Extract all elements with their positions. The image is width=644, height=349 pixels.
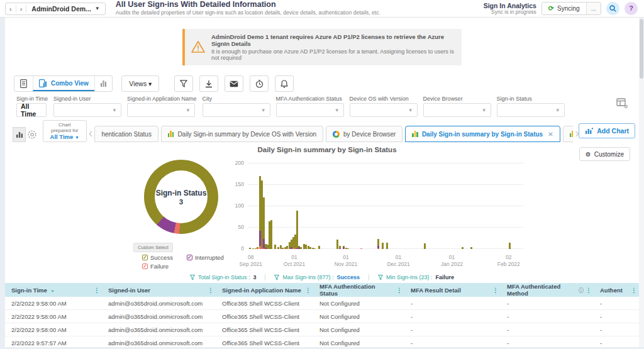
stacked-bar[interactable] bbox=[382, 243, 384, 249]
add-chart-button[interactable]: Add Chart bbox=[579, 123, 635, 138]
nav-back-icon[interactable]: ‹ bbox=[6, 5, 16, 13]
column-menu-icon[interactable]: ⋮ bbox=[629, 287, 639, 294]
filter-dropdown[interactable]: ▼ bbox=[53, 103, 121, 117]
chevron-down-icon: ▼ bbox=[95, 6, 100, 11]
search-button[interactable] bbox=[606, 2, 619, 15]
column-menu-icon[interactable]: ⋮ bbox=[394, 287, 404, 294]
column-header-authent[interactable]: Authent⋮ bbox=[594, 283, 639, 297]
more-options-button[interactable]: ... bbox=[586, 3, 601, 14]
bar-chart-mode-button[interactable] bbox=[13, 127, 26, 142]
stacked-bar[interactable] bbox=[296, 211, 298, 249]
filter-dropdown[interactable]: ▼ bbox=[203, 103, 270, 117]
column-header-signed-in-application-name[interactable]: Signed-in Application Name⋮ bbox=[216, 283, 313, 297]
stacked-bar[interactable] bbox=[339, 246, 341, 249]
bar-segment-success bbox=[377, 239, 379, 246]
customize-button[interactable]: ⚙ Customize bbox=[579, 147, 630, 161]
column-menu-icon[interactable]: ⋮ bbox=[491, 287, 501, 294]
filter-button[interactable] bbox=[174, 75, 193, 92]
sort-descending-icon[interactable]: ⌄ bbox=[50, 287, 55, 293]
email-button[interactable] bbox=[225, 75, 243, 92]
combo-view-button[interactable]: Combo View bbox=[33, 76, 94, 91]
legend-checkbox-icon[interactable]: ✓ bbox=[142, 255, 148, 260]
stacked-bar[interactable] bbox=[318, 246, 320, 249]
help-button[interactable]: ? bbox=[625, 2, 638, 15]
stacked-bar[interactable] bbox=[249, 248, 251, 249]
chart-view-button[interactable] bbox=[94, 76, 113, 91]
stacked-bar[interactable] bbox=[314, 248, 316, 249]
table-row[interactable]: 2/2/2022 9:58:00 AMadmin@o365droid.onmic… bbox=[5, 310, 639, 323]
stacked-bar[interactable] bbox=[347, 248, 349, 249]
nav-forward-icon[interactable]: › bbox=[16, 5, 27, 13]
column-header-signed-in-user[interactable]: Signed-in User⋮ bbox=[102, 283, 216, 297]
chart-stat-1[interactable]: Max Sign-Ins (877) : Success bbox=[265, 274, 369, 280]
filter-label: Signed-in User bbox=[53, 96, 121, 102]
stacked-bar[interactable] bbox=[424, 243, 426, 249]
chart-view-icon bbox=[101, 80, 107, 87]
filter-dropdown[interactable]: ▼ bbox=[423, 103, 491, 117]
stacked-bar[interactable] bbox=[470, 247, 472, 249]
chart-stat-0[interactable]: Total Sign-in Status : 3 bbox=[181, 274, 265, 280]
stacked-bar[interactable] bbox=[360, 248, 362, 249]
chart-tab-4[interactable]: Daily Sign-in summary by Signed-in Via bbox=[563, 126, 574, 142]
chart-prepared-for-dropdown[interactable]: Chart prepared for All Time ▼ bbox=[43, 120, 87, 142]
schedule-button[interactable] bbox=[250, 75, 269, 92]
chart-tab-3[interactable]: Daily Sign-in summary by Sign-in Status✕ bbox=[405, 126, 560, 142]
syncing-button[interactable]: ⟳ Syncing bbox=[542, 3, 586, 14]
column-menu-icon[interactable]: ⋮ bbox=[206, 287, 216, 294]
custom-select-button[interactable]: Custom Select bbox=[133, 243, 173, 252]
vertical-scrollbar-thumb[interactable] bbox=[640, 19, 643, 79]
pie-chart-mode-button[interactable] bbox=[26, 127, 39, 142]
table-row[interactable]: 2/2/2022 9:58:00 AMadmin@o365droid.onmic… bbox=[5, 323, 639, 336]
close-tab-icon[interactable]: ✕ bbox=[548, 131, 553, 138]
column-menu-icon[interactable]: ⋮ bbox=[303, 287, 313, 294]
stacked-bar[interactable] bbox=[270, 220, 272, 249]
legend-checkbox-icon[interactable]: ✓ bbox=[187, 255, 192, 260]
stacked-bar[interactable] bbox=[386, 243, 388, 249]
stacked-bar[interactable] bbox=[509, 243, 511, 249]
tabs-scroll-left-icon[interactable]: ‹ bbox=[87, 126, 95, 140]
signin-time-selector[interactable]: All Time bbox=[16, 103, 47, 117]
filter-label: MFA Authentication Status bbox=[276, 96, 344, 102]
filter-dropdown[interactable]: ▼ bbox=[127, 103, 195, 117]
filter-dropdown[interactable]: ▼ bbox=[276, 103, 344, 117]
table-row[interactable]: 2/2/2022 9:57:57 AMadmin@o365droid.onmic… bbox=[5, 336, 639, 349]
bar-plot[interactable]: 05010015020008Sep 202101Oct 202101Nov 20… bbox=[248, 163, 523, 249]
stacked-bar[interactable] bbox=[377, 239, 379, 249]
signin-status-donut[interactable]: Sign-in Status 3 bbox=[144, 160, 218, 234]
column-header-label: MFA Result Detail bbox=[411, 287, 461, 294]
download-button[interactable] bbox=[199, 75, 218, 92]
mail-icon bbox=[230, 80, 238, 87]
chart-tab-1[interactable]: Daily Sign-in summary by Device OS with … bbox=[161, 126, 323, 142]
stacked-bar[interactable] bbox=[300, 247, 302, 249]
filter-dropdown[interactable]: ▼ bbox=[350, 103, 418, 117]
filter-label: Device Browser bbox=[423, 96, 491, 102]
stacked-bar[interactable] bbox=[263, 197, 265, 249]
vertical-scrollbar[interactable] bbox=[639, 18, 644, 347]
stacked-bar[interactable] bbox=[274, 245, 276, 249]
table-row[interactable]: 2/2/2022 9:58:00 AMadmin@o365droid.onmic… bbox=[5, 297, 639, 310]
column-header-mfa-authentication-status[interactable]: MFA Authentication Status⋮ bbox=[313, 283, 404, 297]
legend-item-interrupted[interactable]: ✓Interrupted bbox=[187, 254, 224, 261]
views-dropdown[interactable]: Views ▾ bbox=[121, 75, 159, 92]
column-header-mfa-result-detail[interactable]: MFA Result Detail⋮ bbox=[404, 283, 501, 297]
column-menu-icon[interactable]: ⋮ bbox=[584, 287, 594, 294]
chart-tab-2[interactable]: by Device Browser bbox=[326, 126, 402, 142]
table-cell: Office365 Shell WCSS-Client bbox=[216, 340, 313, 346]
column-header-mfa-authenticated-method[interactable]: MFA Authenticated Methodi⋮ bbox=[501, 283, 594, 297]
alerts-button[interactable] bbox=[275, 75, 294, 92]
filter-dropdown[interactable]: ▼ bbox=[497, 103, 565, 117]
legend-checkbox-icon[interactable]: ✓ bbox=[142, 263, 148, 269]
stacked-bar[interactable] bbox=[462, 247, 464, 249]
stacked-bar[interactable] bbox=[252, 248, 254, 249]
tenant-selector[interactable]: AdminDroid Dem... ▼ bbox=[26, 5, 104, 13]
column-menu-icon[interactable]: ⋮ bbox=[92, 287, 102, 294]
legend-item-failure[interactable]: ✓Failure bbox=[142, 263, 169, 270]
app-window: ‹ › AdminDroid Dem... ▼ All User Sign-in… bbox=[0, 0, 644, 349]
chart-stat-2[interactable]: Min Sign-Ins (23) : Failure bbox=[369, 274, 463, 280]
column-settings-icon[interactable]: ⚙ bbox=[616, 98, 628, 108]
warning-icon bbox=[191, 41, 205, 53]
table-view-button[interactable] bbox=[14, 76, 33, 91]
column-header-sign-in-time[interactable]: Sign-in Time⌄⋮ bbox=[5, 283, 102, 297]
chart-tab-0[interactable]: hentication Status bbox=[94, 126, 158, 142]
legend-item-success[interactable]: ✓Success bbox=[142, 254, 173, 261]
